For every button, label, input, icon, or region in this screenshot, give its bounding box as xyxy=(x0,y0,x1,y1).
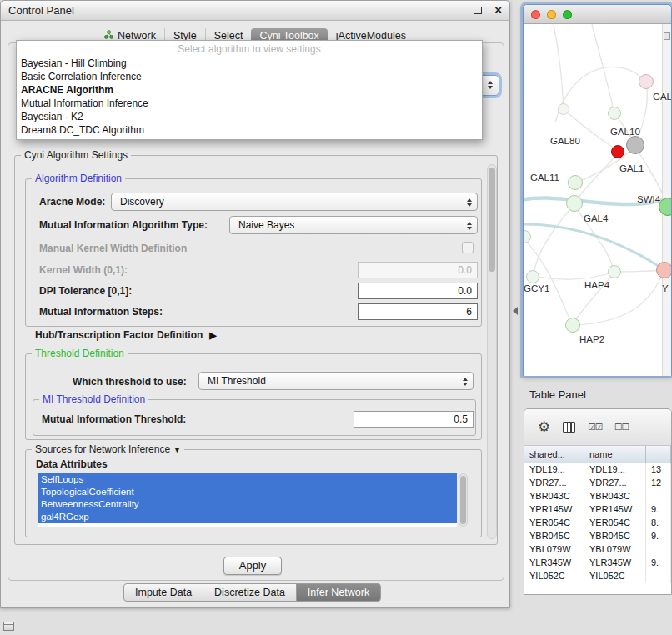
table-cell[interactable]: 9. xyxy=(646,557,671,570)
table-cell[interactable]: YDR27... xyxy=(524,477,584,490)
table-cell[interactable]: 9. xyxy=(646,503,671,517)
network-scrollbar-button[interactable] xyxy=(664,32,670,40)
manual-kernel-checkbox[interactable] xyxy=(462,242,474,253)
bottom-tab-discretize-data[interactable]: Discretize Data xyxy=(203,583,297,602)
table-row[interactable]: YBR043CYBR043C xyxy=(524,490,671,503)
attributes-list-scrollbar[interactable] xyxy=(459,473,468,527)
algorithm-option-aracne-algorithm[interactable]: ARACNE Algorithm xyxy=(17,83,482,97)
table-cell[interactable]: YDR27... xyxy=(584,477,646,490)
table-cell[interactable]: 12 xyxy=(646,477,671,490)
column-header-name[interactable]: name xyxy=(584,446,646,462)
apply-button[interactable]: Apply xyxy=(223,557,282,575)
table-cell[interactable]: YER054C xyxy=(584,517,646,530)
table-cell[interactable]: 9. xyxy=(646,530,671,543)
which-threshold-select[interactable]: MI Threshold xyxy=(198,372,474,390)
kernel-width-label: Kernel Width (0,1): xyxy=(39,264,128,276)
algorithm-option-dream8-dc-tdc-algorithm[interactable]: Dream8 DC_TDC Algorithm xyxy=(17,123,482,137)
aracne-mode-select[interactable]: Discovery xyxy=(111,192,478,211)
minimize-traffic-light-icon[interactable] xyxy=(547,10,556,19)
table-cell[interactable]: YLR345W xyxy=(584,557,646,570)
table-cell[interactable]: 8. xyxy=(646,517,671,530)
bottom-tab-impute-data[interactable]: Impute Data xyxy=(123,583,203,602)
table-cell[interactable]: YLR345W xyxy=(524,557,584,570)
network-node[interactable] xyxy=(608,107,621,120)
algorithm-option-list: Bayesian - Hill ClimbingBasic Correlatio… xyxy=(17,57,482,137)
zoom-traffic-light-icon[interactable] xyxy=(563,10,572,19)
algorithm-dropdown-popup: Select algorithm to view settings Bayesi… xyxy=(16,40,483,140)
table-cell[interactable]: YBR045C xyxy=(584,530,646,543)
network-window-titlebar[interactable] xyxy=(524,5,671,24)
dpi-tolerance-field[interactable] xyxy=(358,282,478,299)
network-node[interactable] xyxy=(558,103,569,115)
mi-steps-field[interactable] xyxy=(358,303,478,320)
algorithm-option-mutual-information-inference[interactable]: Mutual Information Inference xyxy=(17,97,482,110)
mi-threshold-field[interactable] xyxy=(354,411,474,428)
table-cell[interactable] xyxy=(646,543,671,557)
data-attributes-list[interactable]: SelfLoopsTopologicalCoefficientBetweenne… xyxy=(38,473,457,527)
table-cell[interactable]: YDL19... xyxy=(524,463,584,477)
algorithm-option-bayesian-hill-climbing[interactable]: Bayesian - Hill Climbing xyxy=(17,57,482,70)
control-panel-titlebar[interactable]: Control Panel × xyxy=(1,1,509,21)
table-row[interactable]: YLR345WYLR345W9. xyxy=(524,557,671,570)
attribute-item-selfloops[interactable]: SelfLoops xyxy=(38,473,457,486)
network-node[interactable] xyxy=(565,318,580,332)
float-window-icon[interactable] xyxy=(474,7,482,14)
table-row[interactable]: YIL052CYIL052C xyxy=(524,570,671,583)
network-node[interactable] xyxy=(611,145,624,158)
combobox-arrows-icon xyxy=(486,79,494,91)
gear-icon[interactable]: ⚙ xyxy=(538,420,550,434)
network-node[interactable] xyxy=(639,74,654,89)
table-row[interactable]: YBL079WYBL079W xyxy=(524,543,671,557)
columns-icon[interactable] xyxy=(563,422,575,432)
table-toolbar: ⚙ ☑☑ ☐☐ xyxy=(524,409,671,446)
divider-collapse-icon[interactable] xyxy=(513,307,518,315)
mi-type-label: Mutual Information Algorithm Type: xyxy=(39,219,208,231)
network-node[interactable] xyxy=(526,270,539,283)
table-cell[interactable]: YIL052C xyxy=(584,570,646,583)
settings-scrollbar[interactable] xyxy=(487,164,497,539)
close-window-icon[interactable]: × xyxy=(494,2,502,17)
table-cell[interactable]: 13 xyxy=(646,463,671,477)
table-cell[interactable]: YBL079W xyxy=(524,543,584,557)
panel-corner-icon[interactable] xyxy=(3,622,14,631)
table-cell[interactable]: YER054C xyxy=(524,517,584,530)
table-cell[interactable]: YPR145W xyxy=(524,503,584,517)
table-row[interactable]: YER054CYER054C8. xyxy=(524,517,671,530)
column-header-extra[interactable] xyxy=(646,446,671,462)
network-node[interactable] xyxy=(566,195,583,212)
table-cell[interactable] xyxy=(646,570,671,583)
table-row[interactable]: YDL19...YDL19...13 xyxy=(524,463,671,477)
table-cell[interactable]: YIL052C xyxy=(524,570,584,583)
algorithm-option-basic-correlation-inference[interactable]: Basic Correlation Inference xyxy=(17,70,482,83)
network-node[interactable] xyxy=(656,262,671,278)
attribute-item-topologicalcoefficient[interactable]: TopologicalCoefficient xyxy=(38,486,457,498)
table-cell[interactable]: YBR043C xyxy=(524,490,584,503)
table-cell[interactable]: YBL079W xyxy=(584,543,646,557)
network-node[interactable] xyxy=(608,265,621,278)
kernel-width-field[interactable] xyxy=(358,262,478,278)
table-cell[interactable]: YBR043C xyxy=(584,490,646,503)
table-row[interactable]: YDR27...YDR27...12 xyxy=(524,477,671,490)
select-all-columns-icon[interactable]: ☑☑ xyxy=(588,422,602,432)
deselect-all-columns-icon[interactable]: ☐☐ xyxy=(614,422,629,432)
close-traffic-light-icon[interactable] xyxy=(531,10,540,19)
table-cell[interactable]: YDL19... xyxy=(584,463,646,477)
table-cell[interactable]: YPR145W xyxy=(584,503,646,517)
algorithm-option-bayesian-k2[interactable]: Bayesian - K2 xyxy=(17,110,482,123)
manual-kernel-label: Manual Kernel Width Definition xyxy=(39,242,187,254)
table-row[interactable]: YPR145WYPR145W9. xyxy=(524,503,671,517)
attribute-item-betweennesscentrality[interactable]: BetweennessCentrality xyxy=(38,498,457,511)
hub-definition-toggle[interactable]: Hub/Transcription Factor Definition ▶ xyxy=(35,329,217,341)
table-cell[interactable] xyxy=(646,490,671,503)
network-node[interactable] xyxy=(568,175,583,190)
column-header-shared[interactable]: shared... xyxy=(524,446,584,462)
network-node[interactable] xyxy=(659,198,671,216)
network-node[interactable] xyxy=(626,136,644,154)
bottom-tab-infer-network[interactable]: Infer Network xyxy=(296,583,381,602)
attribute-item-gal4rgexp[interactable]: gal4RGexp xyxy=(38,511,457,523)
table-cell[interactable]: YBR045C xyxy=(524,530,584,543)
mi-type-select[interactable]: Naive Bayes xyxy=(229,216,478,234)
table-row[interactable]: YBR045CYBR045C9. xyxy=(524,530,671,543)
sources-group-title[interactable]: Sources for Network Inference ▼ xyxy=(32,443,184,455)
network-canvas[interactable]: GALGAL80GAL10GAL1GAL11SWI4GAL4GCY1HAP4HA… xyxy=(524,24,671,376)
